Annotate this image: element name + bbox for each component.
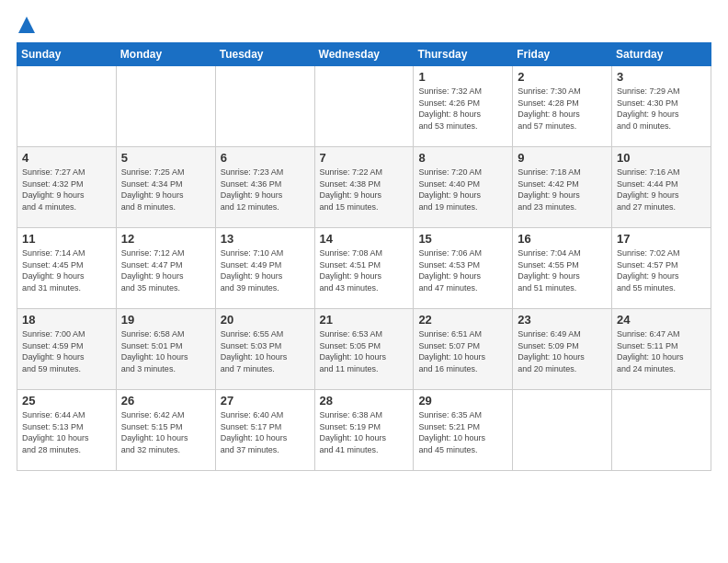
calendar-cell — [314, 66, 414, 147]
day-info: Sunrise: 7:20 AM Sunset: 4:40 PM Dayligh… — [418, 167, 507, 213]
weekday-header-wednesday: Wednesday — [314, 43, 414, 66]
day-number: 27 — [221, 394, 310, 408]
calendar-cell: 15Sunrise: 7:06 AM Sunset: 4:53 PM Dayli… — [414, 228, 513, 309]
day-info: Sunrise: 7:06 AM Sunset: 4:53 PM Dayligh… — [418, 247, 507, 293]
day-number: 18 — [22, 313, 111, 327]
svg-marker-0 — [18, 17, 35, 33]
day-info: Sunrise: 7:25 AM Sunset: 4:34 PM Dayligh… — [121, 167, 210, 213]
day-info: Sunrise: 6:38 AM Sunset: 5:19 PM Dayligh… — [320, 409, 409, 455]
header — [17, 17, 711, 33]
day-info: Sunrise: 7:32 AM Sunset: 4:26 PM Dayligh… — [418, 86, 507, 132]
calendar-cell: 4Sunrise: 7:27 AM Sunset: 4:32 PM Daylig… — [17, 147, 117, 228]
calendar-cell: 24Sunrise: 6:47 AM Sunset: 5:11 PM Dayli… — [612, 309, 711, 390]
calendar-header: SundayMondayTuesdayWednesdayThursdayFrid… — [17, 43, 711, 66]
day-number: 26 — [121, 394, 210, 408]
day-number: 25 — [22, 394, 111, 408]
calendar-cell: 25Sunrise: 6:44 AM Sunset: 5:13 PM Dayli… — [17, 390, 117, 471]
day-number: 11 — [22, 232, 111, 246]
calendar-cell: 28Sunrise: 6:38 AM Sunset: 5:19 PM Dayli… — [314, 390, 414, 471]
calendar-cell: 13Sunrise: 7:10 AM Sunset: 4:49 PM Dayli… — [215, 228, 314, 309]
weekday-header-sunday: Sunday — [17, 43, 117, 66]
day-number: 28 — [320, 394, 409, 408]
day-info: Sunrise: 6:49 AM Sunset: 5:09 PM Dayligh… — [518, 328, 607, 374]
day-info: Sunrise: 7:00 AM Sunset: 4:59 PM Dayligh… — [22, 328, 111, 374]
day-info: Sunrise: 6:51 AM Sunset: 5:07 PM Dayligh… — [418, 328, 507, 374]
calendar-cell: 20Sunrise: 6:55 AM Sunset: 5:03 PM Dayli… — [215, 309, 314, 390]
day-number: 4 — [22, 151, 111, 165]
calendar-cell: 26Sunrise: 6:42 AM Sunset: 5:15 PM Dayli… — [116, 390, 215, 471]
calendar-cell: 5Sunrise: 7:25 AM Sunset: 4:34 PM Daylig… — [116, 147, 215, 228]
day-number: 1 — [418, 70, 507, 84]
day-number: 2 — [518, 70, 607, 84]
day-number: 13 — [221, 232, 310, 246]
calendar-cell: 2Sunrise: 7:30 AM Sunset: 4:28 PM Daylig… — [513, 66, 612, 147]
day-info: Sunrise: 6:47 AM Sunset: 5:11 PM Dayligh… — [617, 328, 706, 374]
calendar-cell: 8Sunrise: 7:20 AM Sunset: 4:40 PM Daylig… — [414, 147, 513, 228]
day-number: 6 — [221, 151, 310, 165]
calendar-cell: 16Sunrise: 7:04 AM Sunset: 4:55 PM Dayli… — [513, 228, 612, 309]
day-info: Sunrise: 7:23 AM Sunset: 4:36 PM Dayligh… — [221, 167, 310, 213]
logo — [17, 17, 35, 33]
day-number: 14 — [320, 232, 409, 246]
calendar-cell: 1Sunrise: 7:32 AM Sunset: 4:26 PM Daylig… — [414, 66, 513, 147]
day-number: 20 — [221, 313, 310, 327]
day-info: Sunrise: 6:44 AM Sunset: 5:13 PM Dayligh… — [22, 409, 111, 455]
calendar-week-2: 4Sunrise: 7:27 AM Sunset: 4:32 PM Daylig… — [17, 147, 711, 228]
day-number: 23 — [518, 313, 607, 327]
day-info: Sunrise: 7:16 AM Sunset: 4:44 PM Dayligh… — [617, 167, 706, 213]
day-info: Sunrise: 6:53 AM Sunset: 5:05 PM Dayligh… — [320, 328, 409, 374]
day-number: 19 — [121, 313, 210, 327]
weekday-header-friday: Friday — [513, 43, 612, 66]
calendar-cell — [17, 66, 117, 147]
weekday-header-thursday: Thursday — [414, 43, 513, 66]
day-info: Sunrise: 7:29 AM Sunset: 4:30 PM Dayligh… — [617, 86, 706, 132]
logo-icon — [18, 17, 35, 33]
calendar-cell — [116, 66, 215, 147]
day-number: 15 — [418, 232, 507, 246]
calendar-cell: 3Sunrise: 7:29 AM Sunset: 4:30 PM Daylig… — [612, 66, 711, 147]
day-number: 29 — [418, 394, 507, 408]
calendar-cell: 14Sunrise: 7:08 AM Sunset: 4:51 PM Dayli… — [314, 228, 414, 309]
calendar-cell: 6Sunrise: 7:23 AM Sunset: 4:36 PM Daylig… — [215, 147, 314, 228]
day-info: Sunrise: 6:40 AM Sunset: 5:17 PM Dayligh… — [221, 409, 310, 455]
day-number: 10 — [617, 151, 706, 165]
day-number: 16 — [518, 232, 607, 246]
calendar-cell: 10Sunrise: 7:16 AM Sunset: 4:44 PM Dayli… — [612, 147, 711, 228]
calendar-cell: 18Sunrise: 7:00 AM Sunset: 4:59 PM Dayli… — [17, 309, 117, 390]
day-info: Sunrise: 7:18 AM Sunset: 4:42 PM Dayligh… — [518, 167, 607, 213]
day-info: Sunrise: 7:08 AM Sunset: 4:51 PM Dayligh… — [320, 247, 409, 293]
calendar-cell: 12Sunrise: 7:12 AM Sunset: 4:47 PM Dayli… — [116, 228, 215, 309]
calendar-week-5: 25Sunrise: 6:44 AM Sunset: 5:13 PM Dayli… — [17, 390, 711, 471]
day-info: Sunrise: 7:02 AM Sunset: 4:57 PM Dayligh… — [617, 247, 706, 293]
calendar-week-4: 18Sunrise: 7:00 AM Sunset: 4:59 PM Dayli… — [17, 309, 711, 390]
day-number: 17 — [617, 232, 706, 246]
day-info: Sunrise: 7:12 AM Sunset: 4:47 PM Dayligh… — [121, 247, 210, 293]
calendar-cell: 17Sunrise: 7:02 AM Sunset: 4:57 PM Dayli… — [612, 228, 711, 309]
day-info: Sunrise: 7:22 AM Sunset: 4:38 PM Dayligh… — [320, 167, 409, 213]
calendar-week-3: 11Sunrise: 7:14 AM Sunset: 4:45 PM Dayli… — [17, 228, 711, 309]
weekday-header-monday: Monday — [116, 43, 215, 66]
page: SundayMondayTuesdayWednesdayThursdayFrid… — [0, 0, 728, 563]
calendar-cell — [215, 66, 314, 147]
day-info: Sunrise: 6:42 AM Sunset: 5:15 PM Dayligh… — [121, 409, 210, 455]
calendar-cell: 9Sunrise: 7:18 AM Sunset: 4:42 PM Daylig… — [513, 147, 612, 228]
day-info: Sunrise: 6:55 AM Sunset: 5:03 PM Dayligh… — [221, 328, 310, 374]
calendar-cell: 29Sunrise: 6:35 AM Sunset: 5:21 PM Dayli… — [414, 390, 513, 471]
calendar-cell: 19Sunrise: 6:58 AM Sunset: 5:01 PM Dayli… — [116, 309, 215, 390]
weekday-header-tuesday: Tuesday — [215, 43, 314, 66]
day-number: 22 — [418, 313, 507, 327]
day-number: 5 — [121, 151, 210, 165]
day-info: Sunrise: 7:14 AM Sunset: 4:45 PM Dayligh… — [22, 247, 111, 293]
day-number: 3 — [617, 70, 706, 84]
header-row: SundayMondayTuesdayWednesdayThursdayFrid… — [17, 43, 711, 66]
day-info: Sunrise: 7:10 AM Sunset: 4:49 PM Dayligh… — [221, 247, 310, 293]
day-info: Sunrise: 7:27 AM Sunset: 4:32 PM Dayligh… — [22, 167, 111, 213]
day-info: Sunrise: 6:58 AM Sunset: 5:01 PM Dayligh… — [121, 328, 210, 374]
calendar-cell: 27Sunrise: 6:40 AM Sunset: 5:17 PM Dayli… — [215, 390, 314, 471]
day-number: 8 — [418, 151, 507, 165]
day-info: Sunrise: 7:30 AM Sunset: 4:28 PM Dayligh… — [518, 86, 607, 132]
day-number: 9 — [518, 151, 607, 165]
calendar-cell — [612, 390, 711, 471]
day-number: 7 — [320, 151, 409, 165]
day-info: Sunrise: 7:04 AM Sunset: 4:55 PM Dayligh… — [518, 247, 607, 293]
